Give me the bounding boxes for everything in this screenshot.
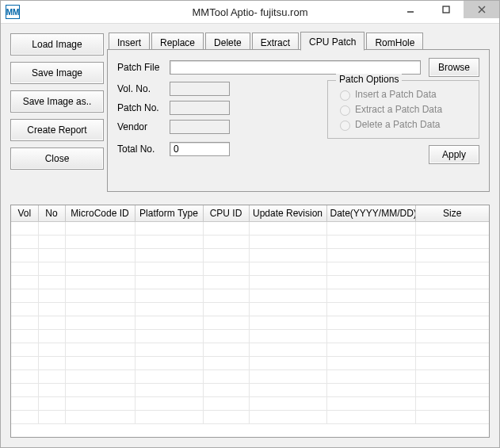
patch-file-input[interactable] [170, 60, 421, 75]
col-no[interactable]: No [38, 205, 65, 221]
col-vol[interactable]: Vol [11, 205, 38, 221]
radio-extract-patch [340, 105, 350, 116]
app-window: MM MMTool Aptio- fujitsu.rom Load Image … [0, 0, 500, 448]
tab-extract[interactable]: Extract [252, 33, 299, 50]
table-row [11, 384, 489, 397]
apply-button[interactable]: Apply [429, 145, 479, 164]
table-header-row: Vol No MicroCode ID Platform Type CPU ID… [11, 205, 489, 221]
radio-insert-patch-label: Insert a Patch Data [355, 89, 437, 100]
total-no-input [170, 142, 230, 156]
close-button[interactable]: Close [10, 147, 104, 170]
radio-insert-patch [340, 90, 350, 101]
tab-insert[interactable]: Insert [109, 33, 150, 50]
col-microcode-id[interactable]: MicroCode ID [65, 205, 135, 221]
save-image-button[interactable]: Save Image [10, 62, 104, 84]
minimize-button[interactable] [392, 1, 428, 18]
radio-delete-patch-label: Delete a Patch Data [355, 119, 440, 130]
total-no-label: Total No. [117, 144, 170, 155]
close-window-button[interactable] [464, 1, 499, 18]
patch-no-label: Patch No. [117, 102, 170, 113]
radio-delete-patch [340, 121, 350, 131]
patch-file-label: Patch File [117, 62, 170, 73]
table-row [11, 343, 489, 357]
load-image-button[interactable]: Load Image [10, 33, 104, 56]
table-row [11, 357, 489, 370]
table-row [11, 276, 489, 289]
table-row [11, 249, 489, 262]
col-cpu-id[interactable]: CPU ID [203, 205, 249, 221]
tab-group: Insert Replace Delete Extract CPU Patch … [107, 32, 490, 192]
vendor-input [170, 120, 230, 134]
microcode-table: Vol No MicroCode ID Platform Type CPU ID… [10, 205, 490, 438]
table-row [11, 235, 489, 249]
create-report-button[interactable]: Create Report [10, 119, 104, 141]
table-row [11, 397, 489, 411]
table-row [11, 330, 489, 343]
col-platform-type[interactable]: Platform Type [135, 205, 203, 221]
col-update-revision[interactable]: Update Revision [249, 205, 326, 221]
browse-button[interactable]: Browse [429, 58, 479, 77]
titlebar: MM MMTool Aptio- fujitsu.rom [1, 1, 499, 24]
app-icon: MM [6, 5, 20, 19]
save-image-as-button[interactable]: Save Image as.. [10, 90, 104, 113]
patch-options-group: Patch Options Insert a Patch Data Extrac… [327, 80, 479, 139]
col-date[interactable]: Date(YYYY/MM/DD) [326, 205, 415, 221]
table-row [11, 411, 489, 424]
patch-no-input [170, 101, 230, 115]
table-row [11, 303, 489, 316]
table-row [11, 316, 489, 330]
tab-rom-hole[interactable]: RomHole [366, 33, 423, 50]
table-row [11, 222, 489, 235]
tab-replace[interactable]: Replace [151, 33, 204, 50]
col-size[interactable]: Size [415, 205, 489, 221]
table-row [11, 262, 489, 276]
svg-rect-1 [443, 6, 449, 13]
tab-cpu-patch[interactable]: CPU Patch [300, 32, 365, 51]
table-row [11, 370, 489, 384]
maximize-button[interactable] [428, 1, 464, 18]
vol-no-label: Vol. No. [117, 83, 170, 94]
vendor-label: Vendor [117, 121, 170, 132]
left-button-column: Load Image Save Image Save Image as.. Cr… [10, 32, 104, 192]
tab-body-cpu-patch: Patch File Browse Vol. No. Patch No. [107, 49, 490, 192]
table-row [11, 289, 489, 303]
radio-extract-patch-label: Extract a Patch Data [355, 104, 442, 115]
table-body [11, 222, 489, 424]
tab-delete[interactable]: Delete [205, 33, 250, 50]
patch-options-legend: Patch Options [336, 74, 402, 85]
vol-no-input [170, 82, 230, 96]
